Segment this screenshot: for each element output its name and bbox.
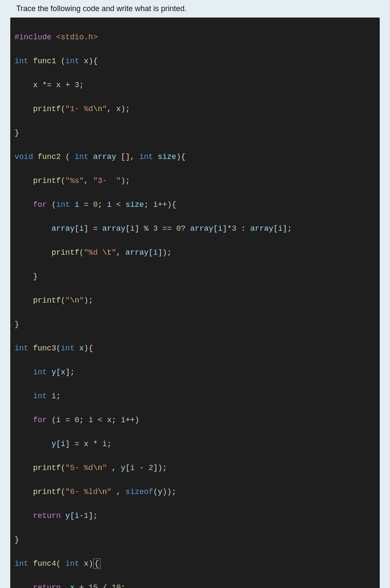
- code-line: printf("1- %d\n", x);: [10, 103, 380, 115]
- code-line: void func2 ( int array [], int size){: [10, 151, 380, 163]
- code-line: int func1 (int x){: [10, 55, 380, 67]
- code-line: for (i = 0; i < x; i++): [10, 414, 380, 426]
- code-line: #include <stdio.h>: [10, 31, 380, 43]
- code-line: int y[x];: [10, 366, 380, 378]
- code-line: return x + 15 / 10;: [10, 582, 380, 588]
- code-line: }: [10, 270, 380, 282]
- code-line: int func3(int x){: [10, 342, 380, 354]
- code-line: x *= x + 3;: [10, 79, 380, 91]
- code-line: }: [10, 318, 380, 330]
- code-line: printf("5- %d\n" , y[i - 2]);: [10, 462, 380, 474]
- code-line: array[i] = array[i] % 3 == 0? array[i]*3…: [10, 223, 380, 235]
- code-line: printf("%d \t", array[i]);: [10, 247, 380, 259]
- code-line: int i;: [10, 390, 380, 402]
- code-line: for (int i = 0; i < size; i++){: [10, 199, 380, 211]
- code-line: printf("6- %ld\n" , sizeof(y));: [10, 486, 380, 498]
- question-text: Trace the following code and write what …: [0, 0, 390, 15]
- code-line: }: [10, 534, 380, 546]
- code-line: printf("\n");: [10, 294, 380, 306]
- code-line: }: [10, 127, 380, 139]
- code-line: printf("%s", "3- ");: [10, 175, 380, 187]
- code-line: y[i] = x * i;: [10, 438, 380, 450]
- cursor-box: {: [93, 559, 100, 569]
- code-line: int func4( int x){: [10, 558, 380, 570]
- code-block: #include <stdio.h> int func1 (int x){ x …: [10, 18, 380, 588]
- code-line: return y[i-1];: [10, 510, 380, 522]
